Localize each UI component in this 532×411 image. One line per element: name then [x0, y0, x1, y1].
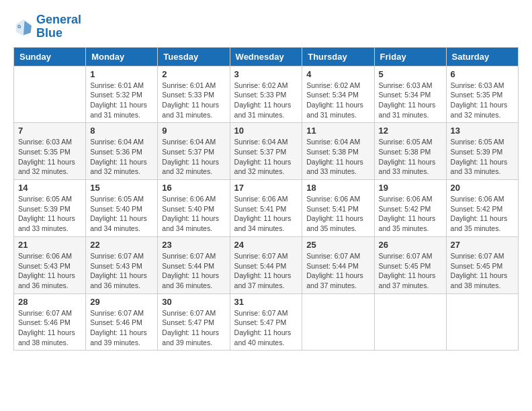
- calendar-cell: 26Sunrise: 6:07 AM Sunset: 5:45 PM Dayli…: [374, 236, 446, 293]
- calendar-cell: [302, 293, 374, 351]
- day-detail: Sunrise: 6:04 AM Sunset: 5:36 PM Dayligh…: [90, 137, 153, 177]
- weekday-header-saturday: Saturday: [446, 47, 518, 66]
- calendar-cell: [374, 293, 446, 351]
- day-number: 12: [379, 126, 442, 136]
- calendar-cell: 21Sunrise: 6:06 AM Sunset: 5:43 PM Dayli…: [14, 236, 86, 293]
- calendar-cell: 18Sunrise: 6:06 AM Sunset: 5:41 PM Dayli…: [302, 180, 374, 237]
- day-detail: Sunrise: 6:02 AM Sunset: 5:33 PM Dayligh…: [234, 81, 298, 120]
- day-number: 5: [379, 69, 442, 79]
- weekday-header-thursday: Thursday: [302, 47, 374, 66]
- calendar-week-row: 21Sunrise: 6:06 AM Sunset: 5:43 PM Dayli…: [14, 236, 519, 293]
- day-detail: Sunrise: 6:01 AM Sunset: 5:32 PM Dayligh…: [90, 81, 153, 120]
- calendar-cell: 12Sunrise: 6:05 AM Sunset: 5:38 PM Dayli…: [374, 123, 446, 180]
- day-number: 17: [234, 183, 298, 193]
- day-detail: Sunrise: 6:03 AM Sunset: 5:35 PM Dayligh…: [451, 81, 514, 120]
- day-number: 19: [379, 183, 442, 193]
- logo-line1: General: [36, 13, 81, 26]
- calendar-cell: 9Sunrise: 6:04 AM Sunset: 5:37 PM Daylig…: [158, 123, 230, 180]
- calendar-cell: 23Sunrise: 6:07 AM Sunset: 5:44 PM Dayli…: [158, 236, 230, 293]
- day-detail: Sunrise: 6:07 AM Sunset: 5:47 PM Dayligh…: [162, 308, 225, 348]
- weekday-header-friday: Friday: [374, 47, 446, 66]
- day-detail: Sunrise: 6:04 AM Sunset: 5:38 PM Dayligh…: [306, 137, 369, 177]
- day-detail: Sunrise: 6:07 AM Sunset: 5:44 PM Dayligh…: [306, 251, 369, 291]
- day-number: 31: [234, 297, 298, 307]
- day-detail: Sunrise: 6:07 AM Sunset: 5:43 PM Dayligh…: [90, 251, 153, 291]
- day-number: 25: [306, 240, 369, 250]
- logo-line2: Blue: [36, 27, 81, 40]
- day-number: 18: [306, 183, 369, 193]
- calendar-cell: 16Sunrise: 6:06 AM Sunset: 5:40 PM Dayli…: [158, 180, 230, 237]
- day-detail: Sunrise: 6:04 AM Sunset: 5:37 PM Dayligh…: [162, 137, 225, 177]
- calendar-cell: 17Sunrise: 6:06 AM Sunset: 5:41 PM Dayli…: [230, 180, 302, 237]
- calendar-cell: 14Sunrise: 6:05 AM Sunset: 5:39 PM Dayli…: [14, 180, 86, 237]
- day-detail: Sunrise: 6:04 AM Sunset: 5:37 PM Dayligh…: [234, 137, 298, 177]
- calendar-cell: 29Sunrise: 6:07 AM Sunset: 5:46 PM Dayli…: [86, 293, 158, 351]
- calendar-cell: 2Sunrise: 6:01 AM Sunset: 5:33 PM Daylig…: [158, 66, 230, 123]
- day-detail: Sunrise: 6:06 AM Sunset: 5:43 PM Dayligh…: [18, 251, 81, 291]
- day-number: 4: [306, 69, 369, 79]
- calendar-cell: 1Sunrise: 6:01 AM Sunset: 5:32 PM Daylig…: [86, 66, 158, 123]
- day-detail: Sunrise: 6:03 AM Sunset: 5:35 PM Dayligh…: [18, 137, 81, 177]
- day-detail: Sunrise: 6:07 AM Sunset: 5:47 PM Dayligh…: [234, 308, 298, 348]
- logo-text: General Blue: [36, 13, 81, 40]
- calendar-table: SundayMondayTuesdayWednesdayThursdayFrid…: [13, 47, 519, 351]
- day-detail: Sunrise: 6:06 AM Sunset: 5:41 PM Dayligh…: [234, 194, 298, 234]
- day-number: 3: [234, 69, 298, 79]
- calendar-cell: 19Sunrise: 6:06 AM Sunset: 5:42 PM Dayli…: [374, 180, 446, 237]
- day-number: 26: [379, 240, 442, 250]
- calendar-cell: 31Sunrise: 6:07 AM Sunset: 5:47 PM Dayli…: [230, 293, 302, 351]
- weekday-header-wednesday: Wednesday: [230, 47, 302, 66]
- calendar-week-row: 14Sunrise: 6:05 AM Sunset: 5:39 PM Dayli…: [14, 180, 519, 237]
- day-number: 2: [162, 69, 225, 79]
- calendar-cell: 6Sunrise: 6:03 AM Sunset: 5:35 PM Daylig…: [446, 66, 518, 123]
- calendar-cell: 3Sunrise: 6:02 AM Sunset: 5:33 PM Daylig…: [230, 66, 302, 123]
- day-detail: Sunrise: 6:05 AM Sunset: 5:40 PM Dayligh…: [90, 194, 153, 234]
- day-number: 20: [451, 183, 514, 193]
- day-detail: Sunrise: 6:07 AM Sunset: 5:46 PM Dayligh…: [18, 308, 81, 348]
- svg-text:G: G: [17, 24, 21, 28]
- day-detail: Sunrise: 6:07 AM Sunset: 5:46 PM Dayligh…: [90, 308, 153, 348]
- day-number: 28: [18, 297, 81, 307]
- calendar-cell: 8Sunrise: 6:04 AM Sunset: 5:36 PM Daylig…: [86, 123, 158, 180]
- calendar-week-row: 28Sunrise: 6:07 AM Sunset: 5:46 PM Dayli…: [14, 293, 519, 351]
- calendar-cell: 28Sunrise: 6:07 AM Sunset: 5:46 PM Dayli…: [14, 293, 86, 351]
- day-detail: Sunrise: 6:07 AM Sunset: 5:44 PM Dayligh…: [234, 251, 298, 291]
- day-number: 15: [90, 183, 153, 193]
- day-detail: Sunrise: 6:05 AM Sunset: 5:38 PM Dayligh…: [379, 137, 442, 177]
- calendar-cell: 25Sunrise: 6:07 AM Sunset: 5:44 PM Dayli…: [302, 236, 374, 293]
- calendar-cell: 10Sunrise: 6:04 AM Sunset: 5:37 PM Dayli…: [230, 123, 302, 180]
- day-detail: Sunrise: 6:05 AM Sunset: 5:39 PM Dayligh…: [18, 194, 81, 234]
- calendar-week-row: 7Sunrise: 6:03 AM Sunset: 5:35 PM Daylig…: [14, 123, 519, 180]
- day-detail: Sunrise: 6:07 AM Sunset: 5:45 PM Dayligh…: [379, 251, 442, 291]
- day-number: 9: [162, 126, 225, 136]
- day-number: 27: [451, 240, 514, 250]
- logo: G General Blue: [13, 13, 81, 40]
- day-number: 21: [18, 240, 81, 250]
- day-number: 11: [306, 126, 369, 136]
- day-detail: Sunrise: 6:06 AM Sunset: 5:40 PM Dayligh…: [162, 194, 225, 234]
- day-detail: Sunrise: 6:02 AM Sunset: 5:34 PM Dayligh…: [306, 81, 369, 120]
- day-detail: Sunrise: 6:03 AM Sunset: 5:34 PM Dayligh…: [379, 81, 442, 120]
- day-number: 22: [90, 240, 153, 250]
- calendar-cell: [14, 66, 86, 123]
- calendar-cell: 24Sunrise: 6:07 AM Sunset: 5:44 PM Dayli…: [230, 236, 302, 293]
- day-detail: Sunrise: 6:06 AM Sunset: 5:42 PM Dayligh…: [379, 194, 442, 234]
- day-number: 7: [18, 126, 81, 136]
- day-detail: Sunrise: 6:07 AM Sunset: 5:44 PM Dayligh…: [162, 251, 225, 291]
- day-number: 13: [451, 126, 514, 136]
- weekday-header-row: SundayMondayTuesdayWednesdayThursdayFrid…: [14, 47, 519, 66]
- day-detail: Sunrise: 6:05 AM Sunset: 5:39 PM Dayligh…: [451, 137, 514, 177]
- calendar-cell: 13Sunrise: 6:05 AM Sunset: 5:39 PM Dayli…: [446, 123, 518, 180]
- day-detail: Sunrise: 6:01 AM Sunset: 5:33 PM Dayligh…: [162, 81, 225, 120]
- weekday-header-sunday: Sunday: [14, 47, 86, 66]
- day-number: 24: [234, 240, 298, 250]
- day-detail: Sunrise: 6:06 AM Sunset: 5:42 PM Dayligh…: [451, 194, 514, 234]
- day-number: 8: [90, 126, 153, 136]
- day-detail: Sunrise: 6:07 AM Sunset: 5:45 PM Dayligh…: [451, 251, 514, 291]
- calendar-cell: 15Sunrise: 6:05 AM Sunset: 5:40 PM Dayli…: [86, 180, 158, 237]
- weekday-header-monday: Monday: [86, 47, 158, 66]
- weekday-header-tuesday: Tuesday: [158, 47, 230, 66]
- calendar-cell: 4Sunrise: 6:02 AM Sunset: 5:34 PM Daylig…: [302, 66, 374, 123]
- page-header: G General Blue: [13, 13, 519, 40]
- calendar-cell: [446, 293, 518, 351]
